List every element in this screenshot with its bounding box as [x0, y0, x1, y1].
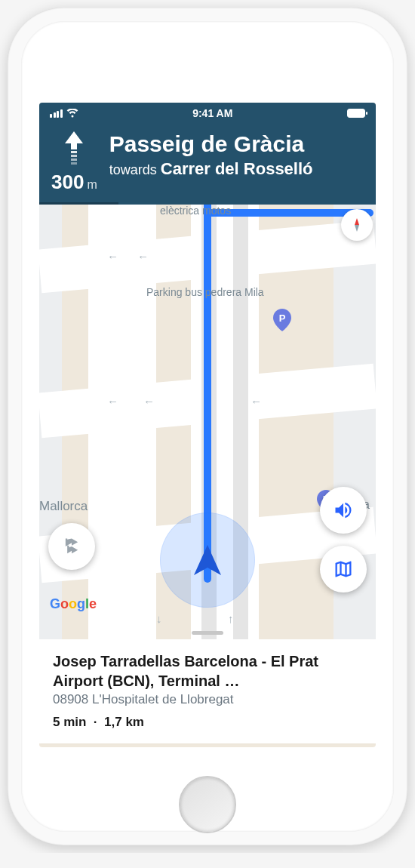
svg-rect-0: [71, 151, 77, 153]
battery-icon: [347, 109, 365, 118]
destination-card[interactable]: Josep Tarradellas Barcelona - El Prat Ai…: [39, 639, 376, 743]
svg-marker-6: [355, 218, 359, 225]
signal-icon: [50, 109, 63, 118]
trip-eta: 5 min: [53, 715, 86, 729]
nav-distance-value: 300: [51, 171, 84, 194]
destination-address: 08908 L'Hospitalet de Llobregat: [53, 692, 362, 707]
current-position-marker: [160, 512, 255, 608]
trip-meta: 5 min · 1,7 km: [53, 715, 362, 730]
map-street-label: Mallorca: [39, 499, 88, 514]
nav-distance-unit: m: [87, 178, 97, 192]
nav-towards-destination: Carrer del Rosselló: [161, 159, 313, 178]
svg-rect-3: [71, 162, 77, 165]
svg-marker-7: [355, 225, 359, 232]
nav-towards-label: towards: [109, 162, 157, 177]
google-logo: Google: [50, 596, 97, 612]
status-bar: 9:41 AM: [39, 103, 376, 124]
map-poi-label: Parking bus pedrera Mila: [146, 286, 264, 298]
navigation-banner[interactable]: 300 m Passeig de Gràcia towards Carrer d…: [39, 124, 376, 205]
nav-street-name: Passeig de Gràcia: [109, 131, 364, 158]
screen: 9:41 AM 300 m: [39, 103, 376, 747]
position-arrow-icon: [194, 545, 221, 575]
audio-button[interactable]: [320, 487, 367, 534]
flag-icon: [61, 536, 82, 557]
svg-text:P: P: [279, 312, 286, 324]
route-overview-button[interactable]: [320, 546, 367, 593]
compass-icon: [349, 217, 364, 232]
destination-title: Josep Tarradellas Barcelona - El Prat Ai…: [53, 651, 362, 691]
phone-frame: 9:41 AM 300 m: [8, 8, 407, 845]
compass-button[interactable]: [341, 209, 373, 241]
trip-distance: 1,7 km: [104, 715, 144, 729]
wifi-icon: [66, 109, 78, 118]
map-canvas[interactable]: elèctrica motos Parking bus pedrera Mila…: [39, 205, 376, 639]
home-button[interactable]: [179, 776, 236, 833]
map-icon: [333, 559, 354, 580]
parking-pin-icon[interactable]: P: [273, 309, 291, 331]
svg-rect-1: [71, 155, 77, 157]
bottom-sheet-handle[interactable]: [192, 631, 223, 635]
svg-rect-2: [71, 159, 77, 161]
speaker-icon: [333, 500, 354, 521]
report-button[interactable]: [48, 523, 95, 570]
map-poi-label: elèctrica motos: [160, 205, 231, 217]
straight-arrow-icon: [63, 131, 85, 168]
status-clock: 9:41 AM: [192, 107, 232, 119]
